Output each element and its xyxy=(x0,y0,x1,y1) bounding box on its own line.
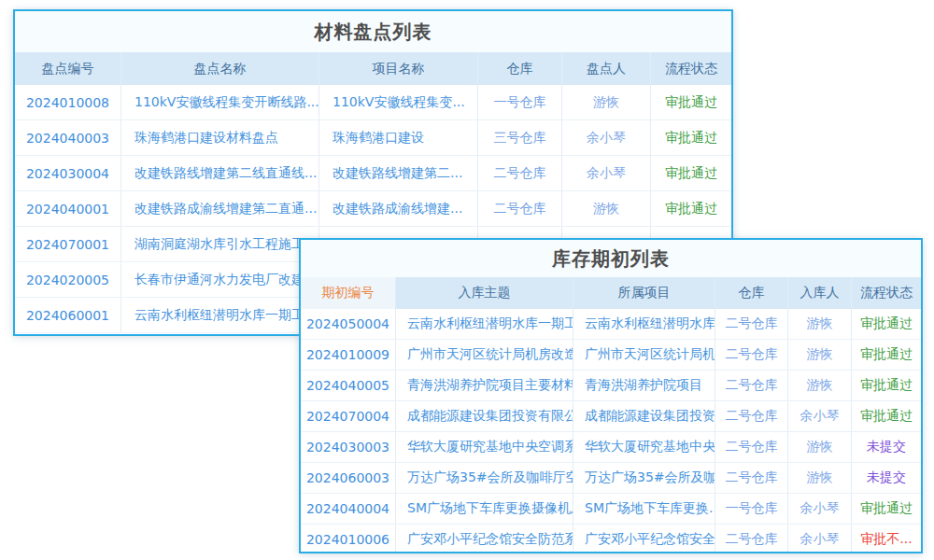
cell-project: 珠海鹤港口建设 xyxy=(319,120,478,155)
cell-status: 审批通过 xyxy=(852,309,921,339)
cell-name: 成都能源建设集团投资有限公司... xyxy=(396,401,573,431)
cell-name: 广州市天河区统计局机房改造项... xyxy=(396,340,573,370)
column-header-project[interactable]: 所属项目 xyxy=(573,277,715,309)
cell-id: 2024060003 xyxy=(301,463,396,493)
column-header-status[interactable]: 流程状态 xyxy=(651,52,731,85)
cell-project: SM广场地下车库更换... xyxy=(573,494,715,524)
cell-warehouse: 三号仓库 xyxy=(478,120,562,155)
cell-project: 万达广场35#会所及咖... xyxy=(573,463,715,493)
cell-warehouse: 二号仓库 xyxy=(715,309,788,339)
cell-status: 审批通过 xyxy=(651,191,731,226)
cell-name: 青海洪湖养护院项目主要材料期... xyxy=(396,371,573,400)
cell-name: 改建铁路成渝线增建第二直通... xyxy=(121,191,319,226)
table-row[interactable]: 2024040005青海洪湖养护院项目主要材料期...青海洪湖养护院项目二号仓库… xyxy=(301,371,921,401)
stock-opening-title: 库存期初列表 xyxy=(301,240,921,277)
cell-project: 华软大厦研究基地中央... xyxy=(573,432,715,462)
cell-warehouse: 一号仓库 xyxy=(715,494,788,524)
cell-status: 审批通过 xyxy=(651,156,731,190)
cell-id: 2024030004 xyxy=(15,156,121,190)
cell-person: 游恢 xyxy=(788,463,852,493)
cell-status: 审批通过 xyxy=(852,401,921,431)
cell-person: 余小琴 xyxy=(788,401,852,431)
cell-person: 余小琴 xyxy=(562,156,651,190)
cell-status: 审批不... xyxy=(852,525,921,553)
cell-person: 游恢 xyxy=(562,85,651,119)
table-row[interactable]: 2024030003华软大厦研究基地中央空调系统...华软大厦研究基地中央...… xyxy=(301,432,921,463)
cell-person: 余小琴 xyxy=(788,494,852,524)
cell-warehouse: 二号仓库 xyxy=(715,401,788,431)
cell-id: 2024020005 xyxy=(15,262,121,297)
cell-id: 2024070004 xyxy=(301,401,396,431)
cell-id: 2024040001 xyxy=(15,191,121,226)
cell-warehouse: 二号仓库 xyxy=(478,156,562,190)
column-header-id[interactable]: 期初编号 xyxy=(301,277,396,309)
column-header-name[interactable]: 入库主题 xyxy=(396,277,573,309)
cell-warehouse: 二号仓库 xyxy=(715,432,788,462)
cell-project: 广安邓小平纪念馆安全... xyxy=(573,525,715,553)
cell-name: 长春市伊通河水力发电厂改建... xyxy=(121,262,319,297)
cell-warehouse: 二号仓库 xyxy=(715,340,788,370)
cell-id: 2024070001 xyxy=(15,227,121,261)
column-header-warehouse[interactable]: 仓库 xyxy=(478,52,562,85)
cell-project: 成都能源建设集团投资... xyxy=(573,401,715,431)
cell-person: 游恢 xyxy=(788,309,852,339)
stock-opening-panel: 库存期初列表 期初编号入库主题所属项目仓库入库人流程状态 2024050004云… xyxy=(299,238,923,553)
cell-status: 审批通过 xyxy=(852,340,921,370)
column-header-id[interactable]: 盘点编号 xyxy=(15,52,121,85)
cell-name: SM广场地下车库更换摄像机及... xyxy=(396,494,573,524)
cell-project: 改建铁路成渝线增建... xyxy=(319,191,478,226)
cell-id: 2024040005 xyxy=(301,371,396,400)
table-row[interactable]: 2024010009广州市天河区统计局机房改造项...广州市天河区统计局机...… xyxy=(301,340,921,371)
cell-warehouse: 二号仓库 xyxy=(715,463,788,493)
cell-name: 广安邓小平纪念馆安全防范系统... xyxy=(396,525,573,553)
cell-id: 2024010009 xyxy=(301,340,396,370)
cell-project: 改建铁路线增建第二... xyxy=(319,156,478,190)
cell-id: 2024010008 xyxy=(15,85,121,119)
cell-status: 审批通过 xyxy=(852,494,921,524)
cell-person: 游恢 xyxy=(788,432,852,462)
table-row[interactable]: 2024040004SM广场地下车库更换摄像机及...SM广场地下车库更换...… xyxy=(301,494,921,525)
cell-project: 110kV安徽线程集变... xyxy=(319,85,478,119)
stock-opening-header-row: 期初编号入库主题所属项目仓库入库人流程状态 xyxy=(301,277,921,309)
cell-warehouse: 二号仓库 xyxy=(478,191,562,226)
table-row[interactable]: 2024060003万达广场35#会所及咖啡厅空调...万达广场35#会所及咖.… xyxy=(301,463,921,494)
table-row[interactable]: 2024010008110kV安徽线程集变开断线路...110kV安徽线程集变.… xyxy=(15,85,731,120)
table-row[interactable]: 2024030004改建铁路线增建第二线直通线...改建铁路线增建第二...二号… xyxy=(15,156,731,191)
cell-status: 审批通过 xyxy=(651,85,731,119)
table-row[interactable]: 2024050004云南水利枢纽潜明水库一期工程...云南水利枢纽潜明水库...… xyxy=(301,309,921,340)
column-header-status[interactable]: 流程状态 xyxy=(852,277,921,309)
cell-warehouse: 二号仓库 xyxy=(715,525,788,553)
cell-name: 云南水利枢纽潜明水库一期工... xyxy=(121,298,319,332)
column-header-warehouse[interactable]: 仓库 xyxy=(715,277,788,309)
cell-id: 2024010006 xyxy=(301,525,396,553)
cell-warehouse: 一号仓库 xyxy=(478,85,562,119)
material-inventory-header-row: 盘点编号盘点名称项目名称仓库盘点人流程状态 xyxy=(15,52,731,85)
table-row[interactable]: 2024040003珠海鹤港口建设材料盘点珠海鹤港口建设三号仓库余小琴审批通过 xyxy=(15,120,731,156)
cell-id: 2024060001 xyxy=(15,298,121,332)
cell-status: 未提交 xyxy=(852,432,921,462)
cell-name: 湖南洞庭湖水库引水工程施工... xyxy=(121,227,319,261)
table-row[interactable]: 2024010006广安邓小平纪念馆安全防范系统...广安邓小平纪念馆安全...… xyxy=(301,525,921,553)
cell-project: 云南水利枢纽潜明水库... xyxy=(573,309,715,339)
cell-person: 游恢 xyxy=(788,371,852,400)
cell-status: 未提交 xyxy=(852,463,921,493)
material-inventory-title: 材料盘点列表 xyxy=(15,11,731,52)
cell-person: 游恢 xyxy=(562,191,651,226)
cell-id: 2024040004 xyxy=(301,494,396,524)
column-header-project[interactable]: 项目名称 xyxy=(319,52,478,85)
stock-opening-body: 2024050004云南水利枢纽潜明水库一期工程...云南水利枢纽潜明水库...… xyxy=(301,309,921,553)
table-row[interactable]: 2024070004成都能源建设集团投资有限公司...成都能源建设集团投资...… xyxy=(301,401,921,432)
cell-status: 审批通过 xyxy=(651,120,731,155)
cell-person: 余小琴 xyxy=(562,120,651,155)
cell-name: 万达广场35#会所及咖啡厅空调... xyxy=(396,463,573,493)
cell-project: 广州市天河区统计局机... xyxy=(573,340,715,370)
cell-person: 游恢 xyxy=(788,340,852,370)
cell-id: 2024050004 xyxy=(301,309,396,339)
table-row[interactable]: 2024040001改建铁路成渝线增建第二直通...改建铁路成渝线增建...二号… xyxy=(15,191,731,227)
column-header-name[interactable]: 盘点名称 xyxy=(121,52,319,85)
cell-warehouse: 二号仓库 xyxy=(715,371,788,400)
column-header-person[interactable]: 盘点人 xyxy=(562,52,651,85)
cell-name: 110kV安徽线程集变开断线路... xyxy=(121,85,319,119)
column-header-person[interactable]: 入库人 xyxy=(788,277,852,309)
cell-name: 华软大厦研究基地中央空调系统... xyxy=(396,432,573,462)
